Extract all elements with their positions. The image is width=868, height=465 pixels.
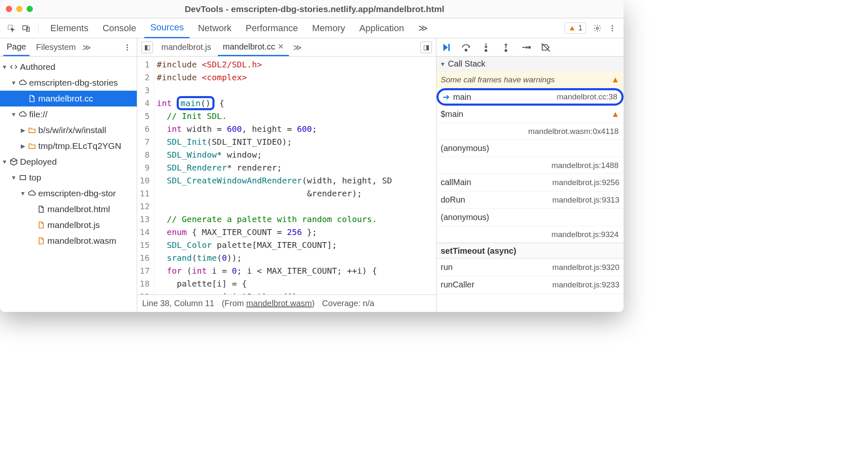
navigator-more-icon[interactable] <box>123 43 132 52</box>
tab-console[interactable]: Console <box>97 19 142 38</box>
tree-item[interactable]: mandelbrot.cc <box>0 91 137 106</box>
tab-network[interactable]: Network <box>192 19 237 38</box>
close-button[interactable] <box>6 6 12 12</box>
svg-point-15 <box>529 46 530 48</box>
coverage-status: Coverage: n/a <box>322 299 375 308</box>
line-gutter: 12345678910111213141516171819 <box>137 57 154 294</box>
warning-icon: ▲ <box>568 24 576 32</box>
step-out-icon[interactable] <box>501 42 511 53</box>
svg-point-4 <box>612 25 613 26</box>
tree-item[interactable]: ▼emscripten-dbg-stories <box>0 75 137 91</box>
settings-icon[interactable] <box>593 24 602 33</box>
close-tab-icon[interactable]: ✕ <box>278 42 284 51</box>
cloud-icon <box>18 110 27 119</box>
warning-icon: ▲ <box>611 75 619 84</box>
call-stack-header[interactable]: ▼ Call Stack <box>436 57 624 72</box>
stack-frame[interactable]: runmandelbrot.js:9320 <box>436 259 624 276</box>
current-frame-arrow-icon: ➔ <box>443 92 450 102</box>
debugger-panel: ▼ Call Stack Some call frames have warni… <box>436 38 624 312</box>
warnings-badge[interactable]: ▲1 <box>565 22 586 34</box>
stack-frame[interactable]: ➔mainmandelbrot.cc:38 <box>436 88 624 106</box>
stack-frame[interactable]: $main▲ <box>436 106 624 123</box>
main-toolbar: Elements Console Sources Network Perform… <box>0 18 624 38</box>
warning-icon: ▲ <box>611 109 619 119</box>
tree-item[interactable]: ▼file:// <box>0 106 137 122</box>
svg-rect-10 <box>20 176 25 180</box>
tree-item[interactable]: mandelbrot.html <box>0 201 137 217</box>
stack-frame[interactable]: callMainmandelbrot.js:9256 <box>436 174 624 191</box>
tree-item[interactable]: ▼Deployed <box>0 154 137 170</box>
editor-tab-0[interactable]: mandelbrot.js <box>156 39 216 55</box>
tab-application[interactable]: Application <box>353 19 410 38</box>
more-icon[interactable] <box>608 24 617 33</box>
cloud-icon <box>18 78 27 87</box>
code-icon <box>9 62 18 72</box>
stack-frame[interactable]: runCallermandelbrot.js:9233 <box>436 276 624 294</box>
tab-memory[interactable]: Memory <box>306 19 351 38</box>
svg-point-8 <box>126 47 128 48</box>
editor-panel: ◧ mandelbrot.js mandelbrot.cc✕ ≫ ◨ 12345… <box>137 38 436 312</box>
file-icon <box>27 94 37 103</box>
step-icon[interactable] <box>520 42 531 53</box>
tab-performance[interactable]: Performance <box>240 19 304 38</box>
stack-frame-location: mandelbrot.js:9324 <box>436 226 624 243</box>
tree-item[interactable]: ▶tmp/tmp.ELcTq2YGN <box>0 138 137 154</box>
tree-item[interactable]: ▼top <box>0 170 137 186</box>
stack-frame[interactable]: (anonymous) <box>436 140 624 157</box>
call-stack-list: ➔mainmandelbrot.cc:38$main▲mandelbrot.wa… <box>436 88 624 243</box>
navigator-tab-filesystem[interactable]: Filesystem <box>33 39 79 55</box>
cursor-position: Line 38, Column 11 <box>142 299 214 308</box>
minimize-button[interactable] <box>16 6 22 12</box>
svg-point-6 <box>612 30 613 31</box>
tab-elements[interactable]: Elements <box>44 19 94 38</box>
tab-sources[interactable]: Sources <box>144 18 190 38</box>
svg-point-14 <box>505 49 507 51</box>
editor-tabs-overflow[interactable]: ≫ <box>291 42 304 52</box>
debugger-toolbar <box>436 38 624 57</box>
deploy-icon <box>9 157 18 166</box>
tabs-overflow[interactable]: ≫ <box>412 19 434 38</box>
stack-frame-location: mandelbrot.js:1488 <box>436 157 624 174</box>
stack-frame[interactable]: doRunmandelbrot.js:9313 <box>436 191 624 209</box>
tree-item[interactable]: ▼emscripten-dbg-stor <box>0 186 137 201</box>
frame-icon <box>18 173 27 182</box>
call-stack-list-async: runmandelbrot.js:9320runCallermandelbrot… <box>436 259 624 294</box>
svg-rect-11 <box>448 44 449 51</box>
call-stack-warning: Some call frames have warnings▲ <box>436 72 624 88</box>
cloud-icon <box>27 189 37 198</box>
stack-frame[interactable]: (anonymous) <box>436 209 624 226</box>
maximize-button[interactable] <box>27 6 33 12</box>
window-controls <box>6 6 33 12</box>
resume-icon[interactable] <box>441 42 451 53</box>
tree-item[interactable]: ▶b/s/w/ir/x/w/install <box>0 122 137 138</box>
device-icon[interactable] <box>22 24 31 33</box>
svg-point-7 <box>126 44 128 45</box>
navigator-tabs-overflow[interactable]: ≫ <box>82 42 91 52</box>
navigator-panel: Page Filesystem ≫ ▼Authored▼emscripten-d… <box>0 38 137 312</box>
svg-point-9 <box>126 49 128 50</box>
deactivate-breakpoints-icon[interactable] <box>540 42 551 53</box>
file-icon <box>37 205 46 214</box>
file-o-icon <box>37 220 46 230</box>
tree-item[interactable]: ▼Authored <box>0 59 137 75</box>
step-into-icon[interactable] <box>481 42 491 53</box>
navigator-tab-page[interactable]: Page <box>3 39 30 56</box>
code-editor[interactable]: 12345678910111213141516171819 #include <… <box>137 57 436 294</box>
file-tree: ▼Authored▼emscripten-dbg-storiesmandelbr… <box>0 57 137 251</box>
show-navigator-icon[interactable]: ◧ <box>141 42 153 53</box>
svg-point-5 <box>612 27 613 29</box>
svg-point-13 <box>485 49 487 51</box>
tree-item[interactable]: mandelbrot.wasm <box>0 233 137 249</box>
editor-statusbar: Line 38, Column 11 (From mandelbrot.wasm… <box>137 294 436 312</box>
window-title: DevTools - emscripten-dbg-stories.netlif… <box>40 4 618 14</box>
file-o-icon <box>37 236 46 245</box>
code-lines: #include <SDL2/SDL.h> #include <complex>… <box>154 57 395 294</box>
step-over-icon[interactable] <box>461 42 471 53</box>
show-debugger-icon[interactable]: ◨ <box>420 42 432 53</box>
svg-point-3 <box>597 27 599 29</box>
stack-frame-location: mandelbrot.wasm:0x4118 <box>436 123 624 140</box>
tree-item[interactable]: mandelbrot.js <box>0 217 137 233</box>
source-origin: (From mandelbrot.wasm) <box>222 299 314 308</box>
inspect-icon[interactable] <box>7 24 16 33</box>
editor-tab-1[interactable]: mandelbrot.cc✕ <box>218 39 289 56</box>
